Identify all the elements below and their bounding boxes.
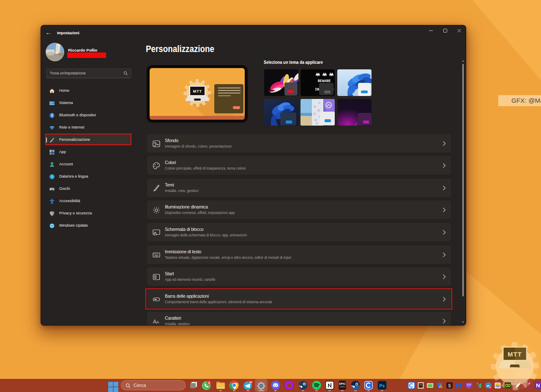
svg-text:A: A (153, 319, 156, 325)
svg-text:Ps: Ps (380, 383, 385, 388)
svg-text:GAMES: GAMES (340, 386, 346, 388)
svg-text:94: 94 (249, 381, 252, 384)
svg-text:MTT: MTT (193, 89, 202, 93)
svg-text:IN: IN (315, 88, 319, 92)
svg-text:4: 4 (489, 386, 491, 389)
svg-text:MTT: MTT (508, 351, 522, 358)
svg-text:3: 3 (208, 381, 210, 385)
svg-text:EPIC: EPIC (339, 382, 345, 385)
svg-text:S: S (448, 384, 451, 388)
svg-text:BEWARE: BEWARE (318, 79, 331, 83)
svg-text:A: A (156, 320, 159, 324)
